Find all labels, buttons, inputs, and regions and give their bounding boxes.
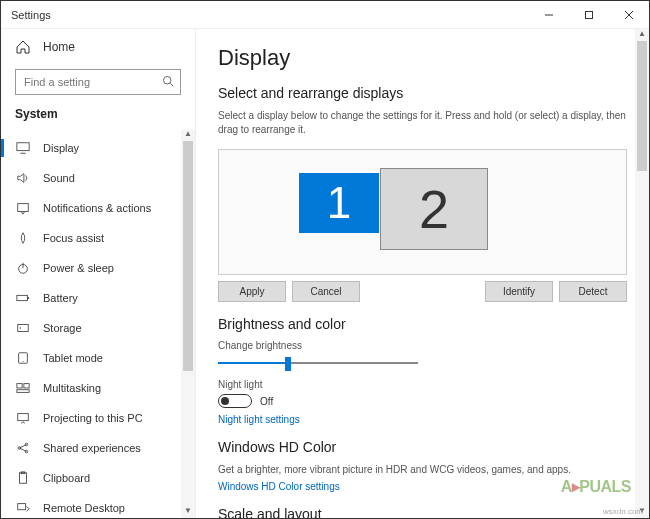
nav-label: Notifications & actions <box>43 202 151 214</box>
sidebar: Home System Display Sound Notifications … <box>1 29 196 518</box>
window-title: Settings <box>11 9 529 21</box>
nav-label: Sound <box>43 172 75 184</box>
watermark-dot: ▸ <box>572 478 580 495</box>
shared-icon <box>15 440 31 456</box>
nav-battery[interactable]: Battery <box>1 283 195 313</box>
home-label: Home <box>43 40 75 54</box>
scroll-up-icon[interactable]: ▲ <box>637 29 647 41</box>
svg-point-14 <box>20 327 21 328</box>
display-buttons: Apply Cancel Identify Detect <box>218 281 627 302</box>
sound-icon <box>15 170 31 186</box>
nav-multitasking[interactable]: Multitasking <box>1 373 195 403</box>
storage-icon <box>15 320 31 336</box>
maximize-button[interactable] <box>569 1 609 29</box>
nav-projecting[interactable]: Projecting to this PC <box>1 403 195 433</box>
focus-assist-icon <box>15 230 31 246</box>
svg-rect-18 <box>24 384 29 388</box>
night-light-label: Night light <box>218 379 627 390</box>
apply-button[interactable]: Apply <box>218 281 286 302</box>
home-icon <box>15 39 31 55</box>
brightness-label: Change brightness <box>218 340 627 351</box>
svg-point-16 <box>22 361 23 362</box>
remote-desktop-icon <box>15 500 31 516</box>
svg-rect-12 <box>27 297 29 299</box>
clipboard-icon <box>15 470 31 486</box>
detect-button[interactable]: Detect <box>559 281 627 302</box>
tablet-icon <box>15 350 31 366</box>
monitor-2[interactable]: 2 <box>380 168 488 250</box>
nav-shared-experiences[interactable]: Shared experiences <box>1 433 195 463</box>
main-content: Display Select and rearrange displays Se… <box>196 29 649 518</box>
display-arrange-box[interactable]: 1 2 <box>218 149 627 275</box>
nav-label: Battery <box>43 292 78 304</box>
hd-color-heading: Windows HD Color <box>218 439 627 455</box>
nav-power-sleep[interactable]: Power & sleep <box>1 253 195 283</box>
brightness-slider[interactable] <box>218 355 418 371</box>
notifications-icon <box>15 200 31 216</box>
nav-label: Tablet mode <box>43 352 103 364</box>
identify-button[interactable]: Identify <box>485 281 553 302</box>
nav-focus-assist[interactable]: Focus assist <box>1 223 195 253</box>
hd-color-description: Get a brighter, more vibrant picture in … <box>218 463 627 477</box>
nav-display[interactable]: Display <box>1 133 195 163</box>
attribution: wsxdn.com <box>603 507 643 516</box>
slider-thumb[interactable] <box>285 357 291 371</box>
arrange-description: Select a display below to change the set… <box>218 109 627 137</box>
night-light-state: Off <box>260 396 273 407</box>
night-light-toggle[interactable] <box>218 394 252 408</box>
sidebar-scrollbar[interactable]: ▲ ▼ <box>181 129 195 518</box>
nav-tablet-mode[interactable]: Tablet mode <box>1 343 195 373</box>
nav-clipboard[interactable]: Clipboard <box>1 463 195 493</box>
section-title: System <box>1 105 195 129</box>
nav-label: Focus assist <box>43 232 104 244</box>
main-scrollbar[interactable]: ▲ ▼ <box>635 29 649 518</box>
nav-label: Display <box>43 142 79 154</box>
nav-label: Clipboard <box>43 472 90 484</box>
cancel-button[interactable]: Cancel <box>292 281 360 302</box>
scroll-down-icon[interactable]: ▼ <box>183 506 193 518</box>
nav-storage[interactable]: Storage <box>1 313 195 343</box>
nav-sound[interactable]: Sound <box>1 163 195 193</box>
svg-rect-13 <box>18 325 29 332</box>
nav-label: Multitasking <box>43 382 101 394</box>
svg-rect-1 <box>586 11 593 18</box>
nav-label: Storage <box>43 322 82 334</box>
night-light-settings-link[interactable]: Night light settings <box>218 414 627 425</box>
scrollbar-thumb[interactable] <box>637 41 647 171</box>
nav-label: Shared experiences <box>43 442 141 454</box>
nav-remote-desktop[interactable]: Remote Desktop <box>1 493 195 518</box>
brightness-heading: Brightness and color <box>218 316 627 332</box>
battery-icon <box>15 290 31 306</box>
multitasking-icon <box>15 380 31 396</box>
titlebar: Settings <box>1 1 649 29</box>
svg-line-5 <box>170 83 173 86</box>
search-box[interactable] <box>15 69 181 95</box>
nav-label: Power & sleep <box>43 262 114 274</box>
svg-rect-11 <box>17 295 28 300</box>
slider-fill <box>218 362 288 364</box>
power-icon <box>15 260 31 276</box>
svg-rect-19 <box>17 390 29 393</box>
scale-heading: Scale and layout <box>218 506 627 518</box>
toggle-knob <box>221 397 229 405</box>
svg-rect-8 <box>18 204 29 212</box>
minimize-button[interactable] <box>529 1 569 29</box>
search-input[interactable] <box>24 76 162 88</box>
home-link[interactable]: Home <box>1 29 195 65</box>
nav-label: Remote Desktop <box>43 502 125 514</box>
monitor-1[interactable]: 1 <box>299 173 379 233</box>
page-title: Display <box>218 45 627 71</box>
svg-rect-26 <box>18 504 26 510</box>
svg-rect-6 <box>17 143 29 151</box>
scroll-up-icon[interactable]: ▲ <box>183 129 193 141</box>
search-icon <box>162 75 174 89</box>
arrange-heading: Select and rearrange displays <box>218 85 627 101</box>
nav-notifications[interactable]: Notifications & actions <box>1 193 195 223</box>
svg-rect-17 <box>17 384 22 388</box>
monitor-icon <box>15 140 31 156</box>
scrollbar-thumb[interactable] <box>183 141 193 371</box>
nav-label: Projecting to this PC <box>43 412 143 424</box>
close-button[interactable] <box>609 1 649 29</box>
svg-rect-24 <box>20 473 27 484</box>
svg-rect-20 <box>18 414 29 421</box>
